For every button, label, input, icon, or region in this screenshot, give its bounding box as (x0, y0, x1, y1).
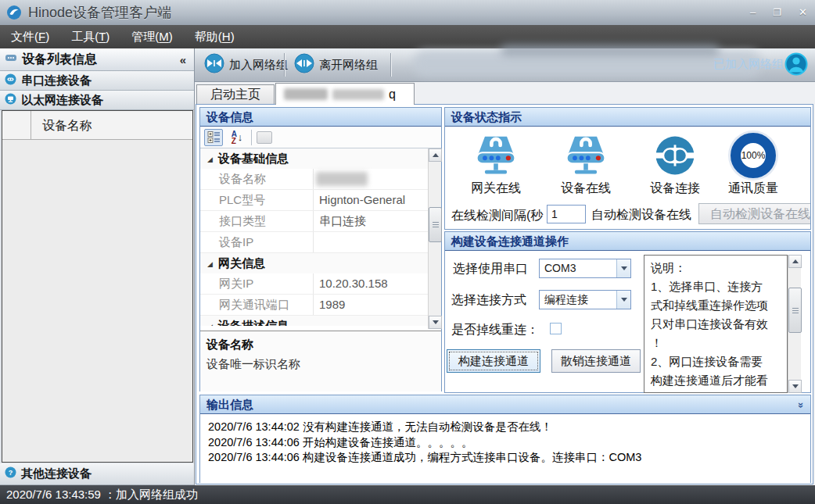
status-bar: 2020/7/6 13:43:59 ：加入网络组成功 (0, 485, 815, 504)
status-message: 2020/7/6 13:43:59 ：加入网络组成功 (6, 488, 198, 501)
collapse-panel-icon[interactable]: » (795, 402, 807, 408)
scrollbar-thumb[interactable] (788, 288, 802, 333)
sidebar: 设备列表信息 « 串口连接设备 以太网连接设备 设备名称 ? 其他连接设备 (0, 48, 195, 485)
collapse-sidebar-button[interactable]: « (180, 48, 186, 71)
note-scrollbar[interactable] (788, 255, 801, 393)
indicator-device-connect: 设备连接 (637, 130, 713, 197)
property-grid: ◢设备基础信息 设备名称 PLC型号Hignton-General 接口类型串口… (200, 148, 428, 329)
destroy-channel-button[interactable]: 散销连接通道 (551, 349, 641, 373)
toolbar: 加入网络组 离开网络组 已加入网络组 (195, 48, 815, 82)
device-list-icon (5, 52, 17, 67)
quality-value: 100% (741, 150, 766, 161)
log-line: 2020/7/6 13:44:02 没有构建连接通道，无法自动检测设备是否在线！ (208, 420, 802, 435)
scroll-down-icon[interactable] (429, 316, 442, 329)
device-status-panel: 设备状态指示 网关在线 设备在线 设备连接 100% 通讯质量 在线检测 (444, 107, 811, 230)
auto-detect-label: 自动检测设备在线 (591, 207, 691, 223)
sidebar-item-serial-devices[interactable]: 串口连接设备 (0, 71, 194, 91)
toolbar-separator (251, 130, 252, 145)
device-info-panel: 设备信息 AZ↓ ◢设备基础信息 设备名称 PLC型号Hignton-Gener… (199, 107, 442, 391)
chevron-down-icon[interactable] (616, 291, 630, 309)
toolbar-separator (284, 53, 285, 77)
property-row-device-ip[interactable]: 设备IP (200, 232, 428, 253)
property-description-text: 设备唯一标识名称 (206, 357, 435, 372)
category-row-basic-info[interactable]: ◢设备基础信息 (200, 148, 428, 169)
reconnect-checkbox[interactable] (550, 323, 562, 334)
category-row-device-description[interactable]: ◢设备描述信息 (200, 316, 428, 326)
tab-device-active[interactable]: q (275, 83, 415, 105)
tab-strip: 启动主页 q (195, 82, 815, 104)
property-row-interface-type[interactable]: 接口类型串口连接 (200, 211, 428, 232)
property-grid-toolbar: AZ↓ (200, 127, 441, 148)
log-line: 2020/7/6 13:44:06 开始构建设备连接通道。。。。。 (208, 435, 802, 451)
user-avatar-icon[interactable] (784, 52, 808, 79)
serial-port-select[interactable]: COM3 (539, 259, 631, 278)
device-name-column-header[interactable]: 设备名称 (31, 111, 192, 139)
chevron-down-icon[interactable] (616, 259, 630, 277)
menu-item-tools[interactable]: 工具(T) (71, 30, 110, 45)
output-panel: 输出信息 » 2020/7/6 13:44:02 没有构建连接通道，无法自动检测… (199, 395, 811, 483)
redacted-tab-label (284, 88, 328, 100)
window-title: Hinode设备管理客户端 (28, 0, 171, 25)
reconnect-label: 是否掉线重连： (451, 322, 539, 338)
minimize-button[interactable]: – (750, 6, 756, 19)
alphabetical-sort-icon[interactable]: AZ↓ (228, 129, 246, 146)
connect-mode-select[interactable]: 编程连接 (539, 290, 631, 309)
sidebar-title: 设备列表信息 (22, 52, 97, 68)
other-device-icon: ? (5, 466, 16, 481)
device-list-header-row: 设备名称 (2, 111, 192, 140)
leave-network-icon (294, 53, 314, 77)
property-row-plc-model[interactable]: PLC型号Hignton-General (200, 190, 428, 211)
property-row-device-name[interactable]: 设备名称 (200, 169, 428, 190)
property-grid-scrollbar[interactable] (428, 148, 441, 329)
online-check-interval-label: 在线检测间隔(秒 (451, 208, 548, 224)
property-pages-icon (257, 131, 272, 144)
interval-input[interactable] (547, 205, 586, 223)
redacted-device-name-value (316, 172, 368, 186)
expander-icon[interactable]: ◢ (207, 155, 213, 163)
ethernet-device-icon (5, 93, 16, 108)
device-list-table: 设备名称 (2, 110, 193, 463)
serial-port-label: 选择使用串口 (453, 261, 528, 277)
toolbar-separator (390, 53, 391, 77)
scroll-down-icon[interactable] (788, 380, 802, 393)
close-button[interactable]: ✕ (799, 6, 807, 19)
tab-label-suffix: q (389, 88, 396, 102)
leave-network-group-button[interactable]: 离开网络组 (289, 52, 382, 77)
log-line: 2020/7/6 13:44:06 构建设备连接通道成功，编程方式连接串口设备。… (208, 450, 802, 466)
tab-home[interactable]: 启动主页 (196, 84, 275, 104)
title-bar: Hinode设备管理客户端 – ❐ ✕ (0, 0, 815, 25)
property-row-gateway-ip[interactable]: 网关IP10.20.30.158 (200, 273, 428, 295)
svg-text:?: ? (9, 469, 13, 477)
device-list-selector-column (2, 111, 31, 139)
scroll-up-icon[interactable] (429, 148, 442, 162)
sidebar-header-device-list[interactable]: 设备列表信息 « (0, 48, 194, 71)
menu-item-file[interactable]: 文件(F) (11, 30, 49, 45)
menu-item-help[interactable]: 帮助(H) (195, 30, 235, 45)
redacted-user-info (501, 45, 720, 55)
indicator-gateway-online: 网关在线 (458, 130, 533, 197)
menu-item-manage[interactable]: 管理(M) (131, 30, 173, 45)
plug-icon (637, 130, 713, 178)
sidebar-item-other-devices[interactable]: ? 其他连接设备 (0, 463, 194, 485)
output-log-area: 2020/7/6 13:44:02 没有构建连接通道，无法自动检测设备是否在线！… (200, 414, 810, 483)
expander-icon[interactable]: ◢ (207, 323, 213, 326)
auto-detect-button[interactable]: 自动检测设备在线 (698, 203, 811, 224)
device-status-panel-title: 设备状态指示 (445, 108, 810, 127)
property-row-gateway-port[interactable]: 网关通讯端口1989 (200, 295, 428, 316)
device-info-panel-title: 设备信息 (200, 108, 441, 127)
property-description-title: 设备名称 (206, 338, 435, 352)
maximize-button[interactable]: ❐ (773, 6, 781, 19)
channel-operations-panel: 构建设备连接通道操作 选择使用串口 COM3 选择连接方式 编程连接 是否掉线重… (444, 231, 811, 393)
sidebar-item-ethernet-devices[interactable]: 以太网连接设备 (0, 91, 194, 110)
category-row-gateway-info[interactable]: ◢网关信息 (200, 253, 428, 273)
scroll-up-icon[interactable] (788, 255, 802, 268)
build-channel-button[interactable]: 构建连接通道 (447, 349, 540, 373)
output-panel-title: 输出信息 (200, 395, 810, 414)
app-window: Hinode设备管理客户端 – ❐ ✕ 文件(F) 工具(T) 管理(M) 帮助… (0, 0, 815, 504)
serial-device-icon (5, 73, 16, 88)
expander-icon[interactable]: ◢ (207, 260, 213, 268)
scrollbar-thumb[interactable] (429, 207, 442, 242)
categorized-view-icon[interactable] (204, 129, 223, 146)
join-network-icon (204, 53, 224, 77)
join-network-group-button[interactable]: 加入网络组 (199, 52, 293, 77)
